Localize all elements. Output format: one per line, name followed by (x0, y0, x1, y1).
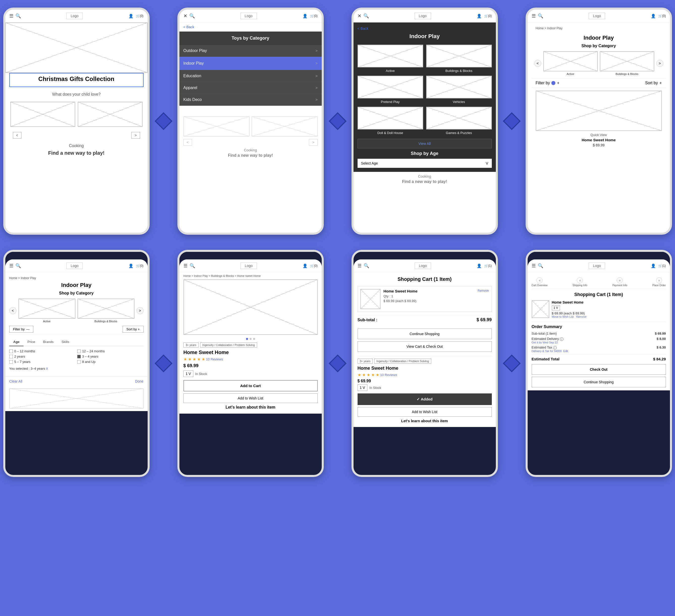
category-item-1[interactable] (10, 102, 75, 127)
menu-icon-7[interactable]: ☰ (358, 263, 362, 268)
tab-price[interactable]: Price (23, 338, 39, 346)
search-icon-7[interactable]: 🔍 (364, 263, 369, 268)
qty-select-7[interactable]: 1 V (358, 384, 367, 391)
user-icon-2[interactable]: 👤 (303, 14, 308, 18)
learn-link-7[interactable]: Let's learn about this item (358, 419, 492, 423)
user-icon-6[interactable]: 👤 (303, 263, 308, 268)
checkbox-5-7y[interactable] (9, 360, 13, 364)
quick-view-4[interactable]: Quick View (536, 133, 662, 137)
checkbox-12-24[interactable] (77, 350, 81, 353)
add-to-cart-btn[interactable]: Add to Cart (183, 380, 318, 391)
grid-vehicles[interactable]: Vehicles (426, 76, 492, 104)
tab-age[interactable]: Age (9, 338, 24, 346)
cart-icon-2[interactable]: 🛒(0) (310, 14, 318, 18)
menu-icon-5[interactable]: ☰ (9, 263, 13, 268)
cat-active-4[interactable]: Active (543, 51, 598, 75)
cart-icon-5[interactable]: 🛒(0) (136, 264, 144, 267)
reviews-6[interactable]: 10 Reviews (206, 357, 223, 361)
menu-icon[interactable]: ☰ (9, 13, 13, 19)
grid-active[interactable]: Active (358, 45, 423, 73)
age-select[interactable]: Select Age V (358, 159, 492, 168)
continue-shopping-btn-7[interactable]: Continue Shopping (358, 328, 492, 339)
remove-btn-7[interactable]: Remove (478, 289, 489, 309)
edit-link-8[interactable]: Edit (563, 350, 568, 353)
user-icon-8[interactable]: 👤 (651, 263, 656, 268)
grid-doll[interactable]: Doll & Doll House (358, 107, 423, 135)
reviews-7[interactable]: 10 Reviews (380, 373, 397, 377)
check-3-4y[interactable]: 3 – 4 years (77, 355, 144, 358)
cart-icon-8[interactable]: 🛒(1) (658, 264, 666, 267)
back-link-3[interactable]: < Back (358, 26, 492, 33)
user-icon-3[interactable]: 👤 (477, 14, 482, 18)
checkout-btn-8[interactable]: Check Out (532, 364, 666, 375)
menu-icon-4[interactable]: ☰ (532, 13, 536, 19)
search-icon-4[interactable]: 🔍 (538, 13, 543, 19)
check-0-12[interactable]: 0 – 12 months (9, 349, 76, 353)
remove-link-8[interactable]: Remove (576, 315, 586, 318)
menu-icon-8[interactable]: ☰ (532, 263, 536, 268)
cart-icon-3[interactable]: 🛒(0) (484, 14, 492, 18)
selected-x-5[interactable]: X (46, 367, 48, 371)
cat-prev-5[interactable]: < (9, 307, 16, 314)
qty-select-8[interactable]: 1 V (552, 305, 560, 310)
checkbox-8up[interactable] (77, 360, 81, 364)
checkbox-0-12[interactable] (9, 350, 13, 353)
check-12-24[interactable]: 12 – 24 months (77, 349, 144, 353)
cat-buildings-4[interactable]: Buildings & Blocks (600, 51, 654, 75)
continue-btn-8[interactable]: Continue Shopping (532, 377, 666, 387)
prev-2[interactable]: < (183, 139, 192, 146)
search-icon[interactable]: 🔍 (15, 13, 21, 19)
menu-icon-6[interactable]: ☰ (183, 263, 188, 268)
checkbox-2y[interactable] (9, 355, 13, 358)
view-all-btn[interactable]: View All (358, 139, 492, 148)
cat-active-5[interactable]: Active (18, 299, 75, 323)
grid-games[interactable]: Games & Puzzles (426, 107, 492, 135)
search-icon-2[interactable]: 🔍 (189, 13, 195, 19)
search-icon-5[interactable]: 🔍 (15, 263, 21, 268)
filter-btn-5[interactable]: Filter by — (9, 326, 33, 332)
cat-next-5[interactable]: > (137, 307, 144, 314)
clear-all-btn[interactable]: Clear All (9, 379, 22, 383)
tab-skills[interactable]: Skills (58, 338, 73, 346)
cat-next-4[interactable]: > (656, 60, 663, 67)
back-link[interactable]: < Back (179, 22, 322, 31)
checkout-btn-7[interactable]: View Cart & Check Out (358, 341, 492, 352)
sort-btn-4[interactable]: Sort by + (645, 81, 662, 85)
user-icon-7[interactable]: 👤 (477, 263, 482, 268)
user-icon-5[interactable]: 👤 (129, 263, 134, 268)
cart-icon[interactable]: 🛒(0) (136, 14, 144, 18)
check-2y[interactable]: 2 years (9, 355, 76, 358)
next-2[interactable]: > (309, 139, 317, 146)
grid-pretend[interactable]: Pretend Play (358, 76, 423, 104)
menu-item-education[interactable]: Education > (179, 70, 322, 82)
tab-brands[interactable]: Brands (39, 338, 58, 346)
grid-buildings[interactable]: Buildings & Blocks (426, 45, 492, 73)
close-icon-3[interactable]: ✕ (358, 13, 361, 19)
user-icon[interactable]: 👤 (129, 14, 134, 18)
sort-btn-5[interactable]: Sort by + (123, 326, 143, 332)
cat-prev-4[interactable]: < (534, 60, 541, 67)
next-arrow[interactable]: > (131, 132, 140, 139)
done-btn[interactable]: Done (135, 379, 143, 383)
move-wishlist-link[interactable]: Move to Wish List (552, 315, 574, 318)
filter-btn-4[interactable]: Filter by + (536, 81, 559, 85)
menu-item-kidsdeco[interactable]: Kids Deco > (179, 94, 322, 106)
cat-buildings-5[interactable]: Buildings & Blocks (77, 299, 135, 323)
learn-link-6[interactable]: Let's learn about this item (183, 405, 318, 409)
prev-arrow[interactable]: < (13, 132, 21, 139)
menu-item-indoor[interactable]: Indoor Play > (179, 57, 322, 70)
search-icon-3[interactable]: 🔍 (363, 13, 369, 19)
search-icon-8[interactable]: 🔍 (538, 263, 543, 268)
user-icon-4[interactable]: 👤 (651, 14, 656, 18)
cart-icon-7[interactable]: 🛒(1) (484, 264, 492, 267)
add-to-wishlist-btn[interactable]: Add to Wish List (183, 393, 318, 403)
qty-select-6[interactable]: 1 V (183, 371, 193, 377)
menu-item-outdoor[interactable]: Outdoor Play > (179, 45, 322, 57)
check-5-7y[interactable]: 5 – 7 years (9, 360, 76, 364)
close-icon[interactable]: ✕ (183, 13, 187, 19)
wishlist-btn-7[interactable]: Add to Wish List (358, 407, 492, 417)
category-item-2[interactable] (78, 102, 143, 127)
menu-item-apparel[interactable]: Apparel > (179, 82, 322, 94)
search-icon-6[interactable]: 🔍 (190, 263, 195, 268)
product-image-4[interactable] (536, 91, 662, 131)
